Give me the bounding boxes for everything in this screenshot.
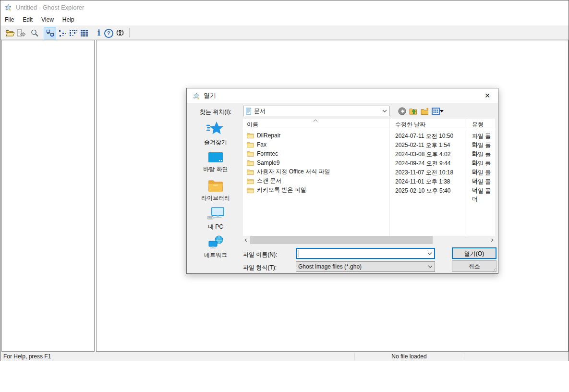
- search-icon: [30, 29, 39, 37]
- folder-icon: [247, 159, 254, 166]
- file-row[interactable]: 사용자 지정 Office 서식 파일 2023-11-07 오전 10:18 …: [243, 167, 495, 176]
- desktop-icon: [207, 152, 224, 163]
- back-button[interactable]: [397, 106, 407, 116]
- dialog-title-bar[interactable]: 열기 ✕: [187, 88, 498, 103]
- file-modified: 2024-03-08 오후 4:02: [395, 150, 450, 159]
- place-this-pc[interactable]: 내 PC: [192, 207, 240, 231]
- status-file-loaded: No file loaded: [354, 353, 464, 360]
- place-favorites[interactable]: 즐겨찾기: [192, 121, 240, 147]
- file-name: Fax: [257, 141, 266, 148]
- cancel-button[interactable]: 취소: [452, 260, 496, 272]
- file-row[interactable]: 카카오톡 받은 파일 2025-02-10 오후 5:40 파일 폴더: [243, 185, 495, 195]
- folder-up-icon: [409, 107, 418, 115]
- view-menu-button[interactable]: [431, 106, 444, 116]
- divider: [464, 353, 464, 360]
- chevron-down-icon: [427, 252, 432, 255]
- window-title: Untitled - Ghost Explorer: [16, 4, 84, 11]
- this-pc-icon: [206, 207, 225, 221]
- details-view-icon: [80, 29, 88, 37]
- up-one-level-button[interactable]: [409, 106, 418, 116]
- file-name: Sample9: [257, 159, 279, 166]
- horizontal-scrollbar[interactable]: [243, 236, 495, 244]
- app-logo-icon: [4, 4, 12, 11]
- menu-view[interactable]: View: [37, 15, 58, 24]
- file-modified: 2023-11-07 오전 10:18: [395, 169, 453, 177]
- place-libraries[interactable]: 라이브러리: [192, 179, 240, 202]
- back-arrow-icon: [398, 107, 406, 115]
- file-modified: 2024-09-24 오전 9:44: [395, 159, 450, 168]
- large-icons-view-button[interactable]: [44, 27, 56, 39]
- file-list: 이름 수정한 날짜 유형 DllRepair 2024-07-11 오전 10:…: [243, 119, 495, 244]
- file-name-input[interactable]: [296, 248, 435, 259]
- network-icon: [207, 235, 224, 249]
- status-help-text: For Help, press F1: [3, 353, 51, 360]
- file-name: 카카오톡 받은 파일: [257, 186, 306, 194]
- libraries-folder-icon: [207, 179, 224, 192]
- folder-icon: [247, 150, 254, 157]
- file-name: 사용자 지정 Office 서식 파일: [257, 168, 330, 176]
- large-icons-icon: [46, 29, 54, 37]
- chevron-down-icon: [428, 265, 433, 268]
- place-label: 즐겨찾기: [204, 138, 227, 147]
- file-type-label: 파일 형식(T):: [243, 264, 277, 272]
- place-desktop[interactable]: 바탕 화면: [192, 152, 240, 173]
- find-button[interactable]: [28, 27, 41, 39]
- app-logo-icon: [193, 92, 200, 99]
- scroll-left-icon[interactable]: [244, 238, 247, 242]
- toolbar: i ?: [0, 25, 569, 40]
- folder-icon: [247, 178, 254, 184]
- file-type-value: Ghost image files (*.gho): [298, 263, 362, 270]
- details-view-button[interactable]: [78, 27, 90, 39]
- file-row[interactable]: Fax 2025-02-11 오후 1:54 파일 폴더: [243, 140, 495, 149]
- file-row[interactable]: DllRepair 2024-07-11 오전 10:50 파일 폴더: [243, 131, 495, 140]
- place-label: 바탕 화면: [203, 165, 228, 173]
- chevron-down-icon: [382, 110, 387, 112]
- menu-bar: File Edit View Help: [0, 14, 569, 25]
- menu-help[interactable]: Help: [58, 15, 79, 24]
- view-menu-icon: [432, 108, 440, 115]
- close-icon[interactable]: ✕: [483, 91, 492, 100]
- scroll-right-icon[interactable]: [491, 238, 494, 242]
- column-header-modified[interactable]: 수정한 날짜: [395, 121, 425, 129]
- file-type: 파일 폴더: [472, 187, 495, 203]
- place-label: 내 PC: [208, 223, 223, 231]
- folder-icon: [247, 132, 254, 139]
- open-dialog: 열기 ✕ 찾는 위치(I): 문서: [186, 88, 498, 274]
- file-modified: 2024-11-01 오후 1:38: [395, 178, 450, 186]
- file-row[interactable]: 스캔 문서 2024-11-01 오후 1:38 파일 폴더: [243, 176, 495, 185]
- tree-pane[interactable]: [1, 40, 95, 352]
- ghostcast-broadcast-icon: [115, 29, 125, 37]
- favorites-star-icon: [206, 121, 225, 136]
- help-icon: ?: [104, 29, 113, 38]
- file-name-label: 파일 이름(N):: [243, 251, 277, 259]
- column-header-type[interactable]: 유형: [472, 121, 484, 129]
- text-caret: [299, 250, 299, 257]
- place-label: 네트워크: [204, 251, 227, 259]
- file-type-dropdown[interactable]: Ghost image files (*.gho): [296, 261, 435, 272]
- look-in-combobox[interactable]: 문서: [243, 106, 389, 116]
- resize-grip[interactable]: [492, 268, 497, 272]
- ghostcast-button[interactable]: [114, 27, 126, 39]
- new-folder-button[interactable]: [420, 106, 430, 116]
- place-network[interactable]: 네트워크: [192, 235, 240, 259]
- menu-edit[interactable]: Edit: [18, 15, 37, 24]
- file-modified: 2024-07-11 오전 10:50: [395, 132, 453, 140]
- new-folder-icon: [421, 107, 430, 115]
- extract-button[interactable]: [15, 27, 27, 39]
- open-button[interactable]: 열기(O): [452, 247, 496, 259]
- column-header-name[interactable]: 이름: [247, 121, 258, 129]
- menu-file[interactable]: File: [0, 15, 18, 24]
- toolbar-separator: [129, 28, 130, 37]
- scrollbar-thumb[interactable]: [250, 236, 433, 244]
- title-bar[interactable]: Untitled - Ghost Explorer: [0, 0, 569, 14]
- open-folder-icon: [6, 29, 15, 37]
- dialog-title: 열기: [204, 91, 216, 100]
- small-icons-icon: [59, 29, 67, 37]
- file-name: 스캔 문서: [257, 177, 281, 185]
- folder-icon: [247, 187, 254, 194]
- file-row[interactable]: Sample9 2024-09-24 오전 9:44 파일 폴더: [243, 158, 495, 167]
- info-icon: i: [97, 29, 100, 37]
- file-modified: 2025-02-11 오후 1:54: [395, 141, 450, 149]
- file-row[interactable]: Formtec 2024-03-08 오후 4:02 파일 폴더: [243, 149, 495, 158]
- help-button[interactable]: ?: [102, 27, 115, 39]
